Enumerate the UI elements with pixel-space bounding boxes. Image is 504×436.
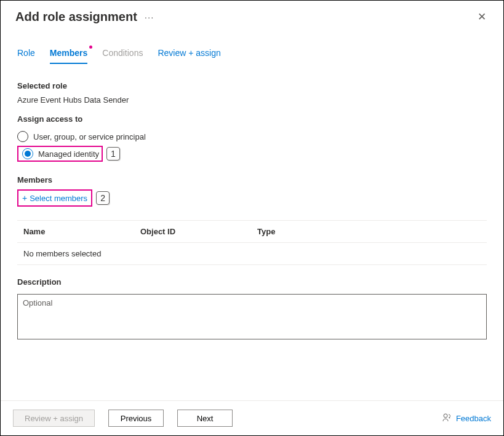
tab-members[interactable]: Members [50,48,87,64]
radio-label-managed-identity: Managed identity [38,149,99,159]
callout-badge-1: 1 [106,147,120,161]
members-table: Name Object ID Type No members selected [17,220,487,265]
assign-access-radio-group: User, group, or service principal Manage… [17,129,487,162]
description-heading: Description [17,277,487,287]
review-assign-button[interactable]: Review + assign [13,410,95,427]
radio-label-user-group: User, group, or service principal [33,132,146,141]
feedback-label: Feedback [456,414,491,423]
selected-role-heading: Selected role [17,81,487,90]
main-content: Selected role Azure Event Hubs Data Send… [1,64,503,341]
highlight-select-members: + Select members [17,189,92,207]
footer-buttons: Review + assign Previous Next [13,410,233,427]
table-header-row: Name Object ID Type [17,221,487,242]
page-title: Add role assignment [15,10,137,24]
table-empty-message: No members selected [17,242,487,265]
select-members-link[interactable]: + Select members [18,191,91,205]
column-type: Type [257,227,487,236]
tab-members-label: Members [50,48,87,58]
highlight-managed-identity: Managed identity [17,146,103,162]
radio-user-group-principal[interactable]: User, group, or service principal [17,129,487,145]
tab-review-assign[interactable]: Review + assign [158,48,220,64]
radio-icon-unchecked [17,131,28,142]
tab-role[interactable]: Role [17,48,35,64]
description-textarea[interactable] [17,294,487,339]
tab-indicator-dot [89,46,92,49]
svg-point-0 [444,414,447,418]
feedback-icon [442,413,452,424]
assign-access-heading: Assign access to [17,114,487,124]
radio-managed-identity-row: Managed identity 1 [17,146,487,162]
close-icon[interactable]: ✕ [473,8,491,26]
members-heading: Members [17,175,487,184]
previous-button[interactable]: Previous [108,410,164,427]
tab-conditions[interactable]: Conditions [102,48,143,64]
radio-icon-checked [22,148,33,159]
plus-icon: + [22,193,27,203]
select-members-label: Select members [30,194,87,203]
footer-bar: Review + assign Previous Next Feedback [1,400,503,435]
next-button[interactable]: Next [177,410,233,427]
header-left: Add role assignment ··· [15,10,154,24]
radio-managed-identity[interactable]: Managed identity [22,148,99,159]
more-icon[interactable]: ··· [145,12,154,22]
feedback-link[interactable]: Feedback [442,413,491,424]
column-name: Name [23,227,140,236]
callout-badge-2: 2 [96,191,110,205]
select-members-row: + Select members 2 [17,189,487,207]
page-header: Add role assignment ··· ✕ [1,1,503,31]
selected-role-value: Azure Event Hubs Data Sender [17,95,487,105]
tab-bar: Role Members Conditions Review + assign [1,31,503,64]
column-object-id: Object ID [140,227,257,236]
